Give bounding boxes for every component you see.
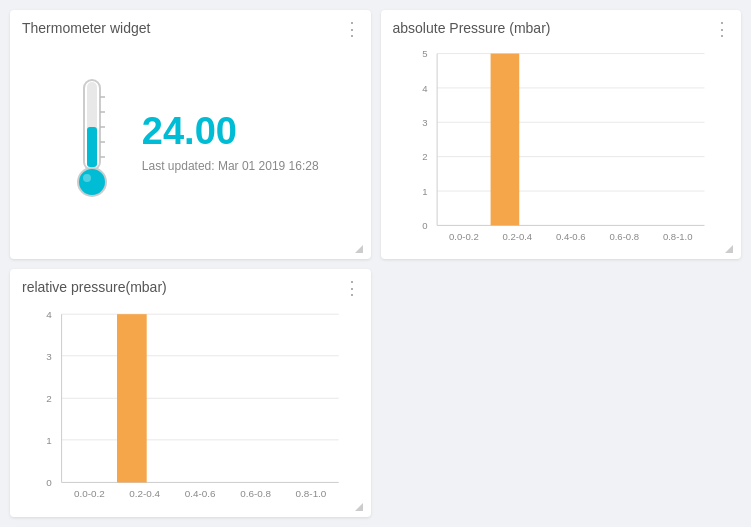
thermometer-title: Thermometer widget <box>22 20 359 36</box>
relative-pressure-chart: 4 3 2 1 0 0.0-0.2 0.2-0.4 0.4-0.6 0.6-0.… <box>22 303 359 504</box>
svg-text:1: 1 <box>46 434 52 445</box>
absolute-pressure-title: absolute Pressure (mbar) <box>393 20 730 36</box>
temperature-value: 24.00 <box>142 111 237 153</box>
svg-text:2: 2 <box>46 393 52 404</box>
thermometer-text: 24.00 Last updated: Mar 01 2019 16:28 <box>142 111 319 173</box>
svg-text:0: 0 <box>422 220 427 231</box>
svg-text:3: 3 <box>46 350 52 361</box>
relative-pressure-chart-area: 4 3 2 1 0 0.0-0.2 0.2-0.4 0.4-0.6 0.6-0.… <box>22 299 359 504</box>
absolute-pressure-chart-area: 5 4 3 2 1 0 0.0-0.2 0.2-0.4 0.4-0.6 0.6-… <box>393 40 730 245</box>
svg-text:0: 0 <box>46 477 52 488</box>
svg-text:0.2-0.4: 0.2-0.4 <box>129 488 160 499</box>
relative-pressure-menu-icon[interactable]: ⋮ <box>343 279 361 297</box>
thermometer-menu-icon[interactable]: ⋮ <box>343 20 361 38</box>
svg-text:1: 1 <box>422 186 427 197</box>
svg-rect-2 <box>87 127 97 167</box>
empty-widget <box>381 269 742 518</box>
absolute-pressure-menu-icon[interactable]: ⋮ <box>713 20 731 38</box>
svg-text:0.4-0.6: 0.4-0.6 <box>555 231 585 242</box>
svg-text:5: 5 <box>422 48 427 59</box>
thermometer-content: 24.00 Last updated: Mar 01 2019 16:28 <box>22 40 359 245</box>
thermometer-row: 24.00 Last updated: Mar 01 2019 16:28 <box>62 72 319 212</box>
relative-pressure-title: relative pressure(mbar) <box>22 279 359 295</box>
corner-resize-handle-3 <box>355 503 363 511</box>
svg-text:2: 2 <box>422 151 427 162</box>
svg-text:0.4-0.6: 0.4-0.6 <box>185 488 216 499</box>
svg-point-10 <box>83 174 91 182</box>
svg-text:0.8-1.0: 0.8-1.0 <box>662 231 692 242</box>
svg-text:0.0-0.2: 0.0-0.2 <box>74 488 105 499</box>
svg-text:0.2-0.4: 0.2-0.4 <box>502 231 532 242</box>
bar-absolute-2 <box>490 54 519 226</box>
svg-text:0.6-0.8: 0.6-0.8 <box>240 488 271 499</box>
svg-text:4: 4 <box>46 309 52 320</box>
relative-pressure-widget: relative pressure(mbar) ⋮ 4 3 2 1 0 <box>10 269 371 518</box>
svg-text:3: 3 <box>422 117 427 128</box>
corner-resize-handle-2 <box>725 245 733 253</box>
absolute-pressure-chart: 5 4 3 2 1 0 0.0-0.2 0.2-0.4 0.4-0.6 0.6-… <box>393 44 730 245</box>
last-updated-label: Last updated: Mar 01 2019 16:28 <box>142 159 319 173</box>
corner-resize-handle <box>355 245 363 253</box>
svg-text:0.8-1.0: 0.8-1.0 <box>296 488 327 499</box>
svg-text:0.0-0.2: 0.0-0.2 <box>449 231 479 242</box>
svg-text:4: 4 <box>422 83 428 94</box>
dashboard: Thermometer widget ⋮ <box>0 0 751 527</box>
svg-text:0.6-0.8: 0.6-0.8 <box>609 231 639 242</box>
absolute-pressure-widget: absolute Pressure (mbar) ⋮ 5 4 3 2 <box>381 10 742 259</box>
thermometer-widget: Thermometer widget ⋮ <box>10 10 371 259</box>
thermometer-icon <box>62 72 122 212</box>
bar-relative-2 <box>117 314 147 482</box>
